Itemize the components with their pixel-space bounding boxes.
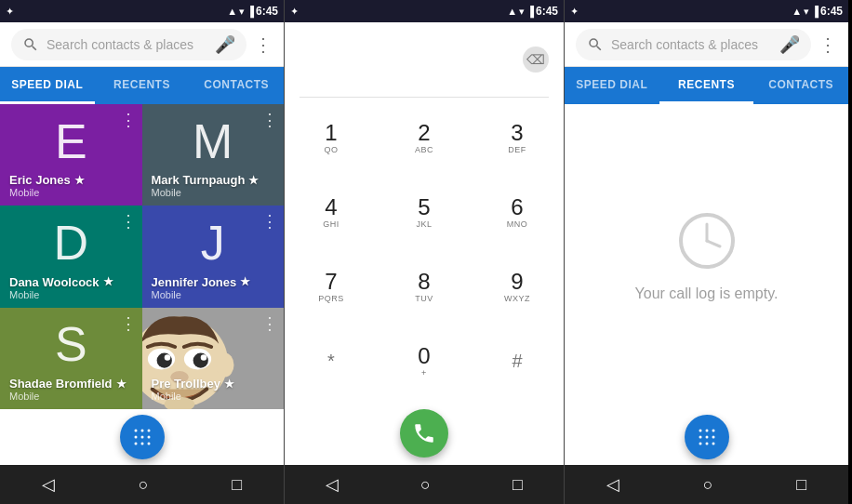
- mid-recents-button[interactable]: □: [505, 468, 530, 502]
- recents-button[interactable]: □: [224, 468, 249, 502]
- dial-key-3[interactable]: 3 DEF: [471, 101, 564, 176]
- right-tab-contacts[interactable]: CONTACTS: [753, 67, 848, 104]
- middle-bottom-nav: ◁ ○ □: [285, 465, 564, 504]
- signal-icon: ▲: [227, 6, 237, 17]
- tile-more-icon-1[interactable]: ⋮: [120, 110, 137, 130]
- search-icon: [22, 36, 39, 53]
- tile-more-icon-6[interactable]: ⋮: [261, 313, 278, 334]
- tile-more-icon-5[interactable]: ⋮: [120, 313, 137, 334]
- star-icon-5: ★: [116, 378, 126, 391]
- battery-icon: ▐: [246, 6, 254, 17]
- right-mic-icon[interactable]: 🎤: [779, 34, 800, 55]
- more-options-icon[interactable]: ⋮: [254, 33, 273, 56]
- right-dial-pad-fab[interactable]: [685, 415, 729, 459]
- star-icon-6: ★: [224, 378, 234, 391]
- mid-bluetooth-icon: ✦: [290, 6, 299, 18]
- dialer-actions: [285, 402, 564, 465]
- svg-point-17: [134, 443, 137, 445]
- contact-tile-1[interactable]: ⋮ E Eric Jones ★ Mobile: [0, 104, 142, 206]
- tile-more-icon-3[interactable]: ⋮: [120, 211, 137, 232]
- tile-letter-4: J: [201, 215, 225, 271]
- svg-point-8: [200, 354, 206, 361]
- right-signal-icon: ▲: [792, 6, 802, 17]
- star-icon-4: ★: [240, 275, 250, 288]
- left-status-bar: ✦ ▲ ▾ ▐ 6:45: [0, 0, 284, 22]
- phone-icon: [412, 421, 436, 445]
- right-back-button[interactable]: ◁: [599, 467, 627, 502]
- call-button[interactable]: [400, 409, 448, 458]
- tile-letter-2: M: [193, 113, 233, 169]
- tile-letter-3: D: [53, 215, 88, 271]
- svg-line-22: [707, 241, 720, 246]
- right-more-options-icon[interactable]: ⋮: [819, 33, 837, 56]
- svg-point-13: [147, 430, 150, 432]
- contact-tile-6[interactable]: ⋮: [142, 308, 285, 409]
- dial-key-2[interactable]: 2 ABC: [378, 101, 471, 176]
- contact-tile-4[interactable]: ⋮ J Jennifer Jones ★ Mobile: [142, 206, 285, 307]
- dial-key-0[interactable]: 0 +: [378, 324, 471, 398]
- dial-key-5[interactable]: 5 JKL: [378, 176, 471, 250]
- svg-point-24: [705, 430, 708, 432]
- status-right-info: ▲ ▾ ▐ 6:45: [227, 5, 278, 18]
- dial-key-9[interactable]: 9 WXYZ: [471, 250, 564, 325]
- clear-button[interactable]: ⌫: [523, 46, 549, 73]
- left-tabs: SPEED DIAL RECENTS CONTACTS: [0, 67, 284, 104]
- tab-speed-dial[interactable]: SPEED DIAL: [0, 67, 95, 104]
- svg-point-31: [712, 443, 714, 445]
- tile-letter-5: S: [55, 316, 87, 372]
- tile-more-icon-2[interactable]: ⋮: [261, 110, 278, 130]
- tile-name-2: Mark Turnpaugh ★: [152, 173, 275, 187]
- left-search-placeholder[interactable]: Search contacts & places: [47, 37, 200, 52]
- mid-status-time: 6:45: [536, 5, 558, 18]
- mid-back-button[interactable]: ◁: [318, 467, 346, 502]
- tile-type-1: Mobile: [9, 187, 133, 198]
- right-panel: ✦ ▲ ▾ ▐ 6:45 Search contacts & places 🎤 …: [565, 0, 848, 504]
- svg-point-6: [193, 352, 207, 367]
- dial-key-hash[interactable]: #: [471, 324, 564, 398]
- mid-home-button[interactable]: ○: [413, 468, 438, 502]
- star-icon-1: ★: [74, 174, 85, 187]
- status-left-icons: ✦: [6, 6, 14, 18]
- tab-contacts[interactable]: CONTACTS: [189, 67, 284, 104]
- left-fab-area: [0, 409, 284, 465]
- home-button[interactable]: ○: [131, 468, 156, 502]
- tile-type-3: Mobile: [9, 289, 133, 300]
- tile-name-5: Shadae Bromfield ★: [9, 377, 133, 391]
- right-tab-speed-dial[interactable]: SPEED DIAL: [565, 67, 659, 104]
- svg-point-14: [134, 436, 137, 439]
- middle-panel: ✦ ▲ ▾ ▐ 6:45 ⌫ 1 QO 2 ABC 3 DEF 4 GHI: [285, 0, 564, 504]
- contact-tile-2[interactable]: ⋮ M Mark Turnpaugh ★ Mobile: [142, 104, 285, 206]
- right-home-button[interactable]: ○: [696, 468, 721, 502]
- dial-key-6[interactable]: 6 MNO: [471, 176, 564, 250]
- contact-tile-5[interactable]: ⋮ S Shadae Bromfield ★ Mobile: [0, 308, 142, 409]
- back-button[interactable]: ◁: [34, 467, 62, 502]
- star-icon-2: ★: [248, 174, 259, 187]
- svg-point-23: [699, 430, 701, 432]
- svg-point-28: [712, 436, 714, 439]
- tile-more-icon-4[interactable]: ⋮: [261, 211, 278, 232]
- dial-key-7[interactable]: 7 PQRS: [285, 250, 378, 325]
- dial-key-1[interactable]: 1 QO: [285, 101, 378, 176]
- contact-tile-3[interactable]: ⋮ D Dana Woolcock ★ Mobile: [0, 206, 142, 307]
- right-tab-recents[interactable]: RECENTS: [659, 67, 754, 104]
- dial-pad-fab[interactable]: [120, 415, 165, 459]
- left-search-bar: Search contacts & places 🎤 ⋮: [0, 22, 284, 67]
- mid-battery-icon: ▐: [526, 6, 534, 17]
- left-search-input-wrap[interactable]: Search contacts & places 🎤: [11, 29, 246, 60]
- right-fab-area: [565, 409, 848, 465]
- right-search-placeholder[interactable]: Search contacts & places: [611, 37, 765, 52]
- tile-letter-1: E: [55, 113, 87, 169]
- svg-point-5: [156, 352, 171, 367]
- dial-key-4[interactable]: 4 GHI: [285, 176, 378, 250]
- mid-signal-icon: ▲: [507, 6, 517, 17]
- right-status-bar: ✦ ▲ ▾ ▐ 6:45: [565, 0, 848, 22]
- tab-recents[interactable]: RECENTS: [95, 67, 190, 104]
- right-search-input-wrap[interactable]: Search contacts & places 🎤: [576, 29, 811, 60]
- svg-point-18: [140, 443, 143, 445]
- right-search-icon: [587, 36, 604, 53]
- right-recents-button[interactable]: □: [789, 468, 814, 502]
- svg-point-12: [140, 430, 143, 432]
- dial-key-8[interactable]: 8 TUV: [378, 250, 471, 325]
- mic-icon[interactable]: 🎤: [215, 34, 235, 55]
- dial-key-star[interactable]: *: [285, 324, 378, 398]
